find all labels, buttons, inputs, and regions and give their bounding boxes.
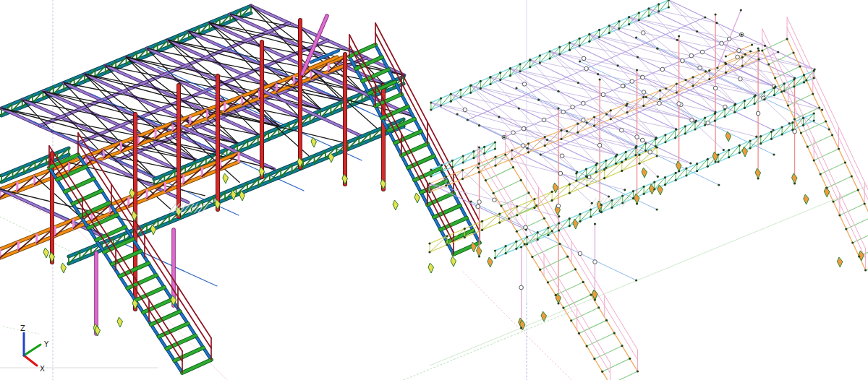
analytical-wireframe-view[interactable]	[428, 0, 868, 380]
axis-triad: XYZ	[20, 324, 49, 373]
x-axis	[24, 355, 37, 366]
x-axis-label: X	[40, 365, 45, 373]
viewport-canvas[interactable]: XYZ	[0, 0, 868, 380]
z-axis-label: Z	[20, 324, 25, 332]
y-axis	[24, 345, 41, 355]
y-axis-label: Y	[43, 340, 49, 348]
3d-scene-svg[interactable]: XYZ	[0, 0, 868, 380]
solid-member-view[interactable]	[0, 6, 480, 373]
